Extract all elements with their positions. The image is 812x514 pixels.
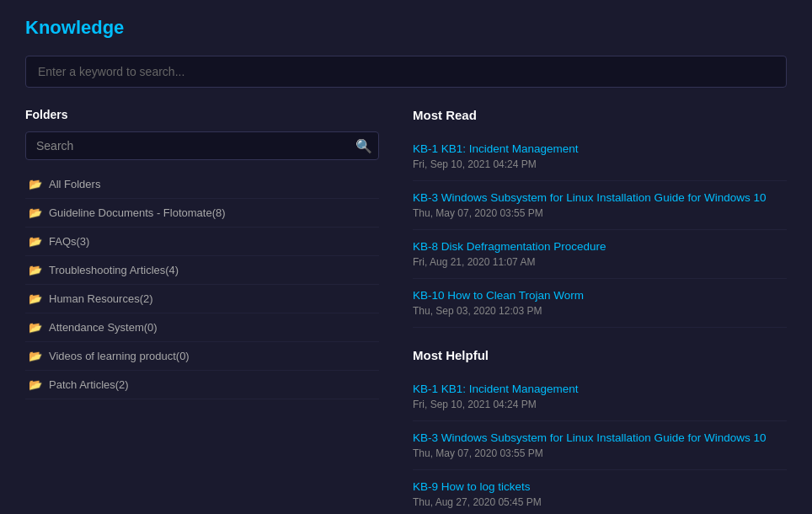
folder-icon: 📂 [29,292,42,305]
article-title: KB-1 KB1: Incident Management [413,383,787,395]
list-item[interactable]: KB-1 KB1: Incident ManagementFri, Sep 10… [413,372,787,421]
folders-heading: Folders [25,108,379,121]
folder-icon: 📂 [29,264,42,276]
list-item[interactable]: KB-3 Windows Subsystem for Linux Install… [413,421,787,470]
folder-name: Guideline Documents - Flotomate(8) [49,206,226,219]
right-panel: Most Read KB-1 KB1: Incident ManagementF… [413,108,787,514]
folder-name: FAQs(3) [49,235,89,248]
folder-search-input[interactable] [25,131,379,160]
folder-item[interactable]: 📂Human Resources(2) [25,285,379,313]
folder-icon: 📂 [29,321,42,334]
folder-search-wrap: 🔍 [25,131,379,160]
folder-list: 📂All Folders📂Guideline Documents - Floto… [25,170,379,399]
folder-name: Attendance System(0) [49,321,158,334]
folder-icon: 📂 [29,378,42,391]
article-title: KB-3 Windows Subsystem for Linux Install… [413,191,787,204]
folder-icon: 📂 [29,206,42,219]
folders-panel: Folders 🔍 📂All Folders📂Guideline Documen… [25,108,379,514]
folder-name: All Folders [49,178,100,190]
article-date: Thu, May 07, 2020 03:55 PM [413,447,787,459]
list-item[interactable]: KB-10 How to Clean Trojan WormThu, Sep 0… [413,279,787,328]
list-item[interactable]: KB-1 KB1: Incident ManagementFri, Sep 10… [413,132,787,181]
folder-item[interactable]: 📂Guideline Documents - Flotomate(8) [25,199,379,228]
folder-icon: 📂 [29,235,42,248]
folder-icon: 📂 [29,178,42,190]
most-read-list: KB-1 KB1: Incident ManagementFri, Sep 10… [413,132,787,328]
most-helpful-heading: Most Helpful [413,348,787,362]
article-date: Thu, May 07, 2020 03:55 PM [413,207,787,219]
global-search-input[interactable] [25,56,787,88]
folder-name: Videos of learning product(0) [49,350,190,362]
folder-item[interactable]: 📂Troubleshooting Articles(4) [25,256,379,285]
list-item[interactable]: KB-9 How to log ticketsThu, Aug 27, 2020… [413,470,787,514]
article-title: KB-9 How to log tickets [413,480,787,493]
folder-item[interactable]: 📂Videos of learning product(0) [25,342,379,371]
article-title: KB-1 KB1: Incident Management [413,142,787,155]
folder-name: Patch Articles(2) [49,378,129,391]
folder-item[interactable]: 📂Patch Articles(2) [25,371,379,399]
folder-name: Human Resources(2) [49,292,153,305]
most-read-heading: Most Read [413,108,787,122]
article-title: KB-3 Windows Subsystem for Linux Install… [413,431,787,444]
folder-name: Troubleshooting Articles(4) [49,264,179,276]
folder-search-button[interactable]: 🔍 [355,138,372,154]
folder-item[interactable]: 📂Attendance System(0) [25,313,379,342]
list-item[interactable]: KB-8 Disk Defragmentation ProcedureFri, … [413,230,787,279]
article-date: Fri, Aug 21, 2020 11:07 AM [413,256,787,268]
folder-item[interactable]: 📂FAQs(3) [25,228,379,256]
article-title: KB-8 Disk Defragmentation Procedure [413,240,787,253]
folder-item[interactable]: 📂All Folders [25,170,379,199]
most-helpful-list: KB-1 KB1: Incident ManagementFri, Sep 10… [413,372,787,514]
article-title: KB-10 How to Clean Trojan Worm [413,289,787,302]
folder-icon: 📂 [29,350,42,362]
page-title: Knowledge [25,17,787,39]
article-date: Thu, Sep 03, 2020 12:03 PM [413,305,787,317]
list-item[interactable]: KB-3 Windows Subsystem for Linux Install… [413,181,787,230]
article-date: Fri, Sep 10, 2021 04:24 PM [413,399,787,410]
article-date: Fri, Sep 10, 2021 04:24 PM [413,158,787,170]
article-date: Thu, Aug 27, 2020 05:45 PM [413,496,787,508]
